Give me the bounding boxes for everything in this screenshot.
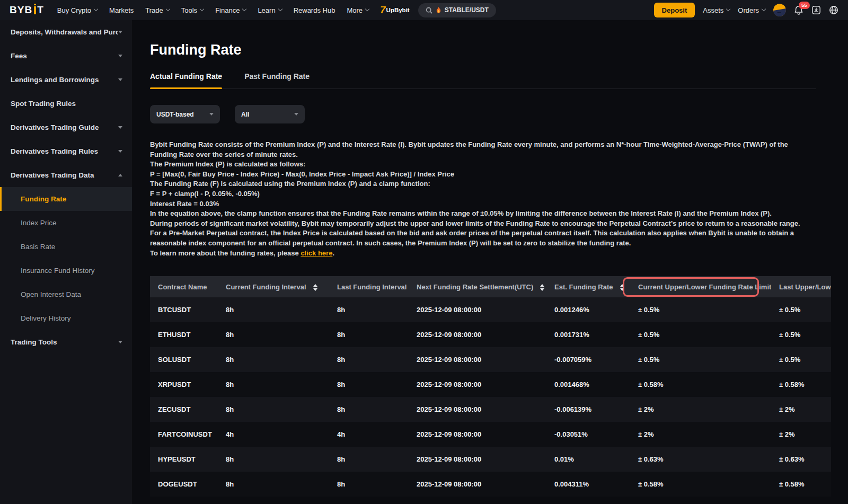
table-cell: 0.001468% (546, 372, 630, 397)
sidebar-item-trading-tools[interactable]: Trading Tools (0, 330, 132, 354)
table-cell: -0.006139% (546, 397, 630, 422)
upbybit-link[interactable]: 7 UpBybit (380, 4, 410, 16)
sidebar-subitem-open-interest-data[interactable]: Open Interest Data (0, 282, 132, 306)
table-cell: ± 0.5% (630, 347, 771, 372)
table-row-fartcoinusdt[interactable]: FARTCOINUSDT4h4h2025-12-09 08:00:00-0.03… (150, 422, 831, 447)
filter-dropdown-usdt-based[interactable]: USDT-based (150, 105, 220, 123)
sidebar-subitem-insurance-fund-history[interactable]: Insurance Fund History (0, 259, 132, 282)
column-header-last-funding-interval: Last Funding Interval (329, 276, 409, 297)
contract-name-cell: BTCUSDT (150, 297, 218, 322)
search-value: STABLE/USDT (445, 6, 489, 14)
sidebar-subitem-index-price[interactable]: Index Price (0, 211, 132, 235)
sidebar-item-derivatives-trading-data[interactable]: Derivatives Trading Data (0, 163, 132, 187)
nav-item-more[interactable]: More (347, 6, 369, 14)
filter-dropdown-all[interactable]: All (235, 105, 305, 123)
table-cell: 0.001246% (546, 297, 630, 322)
table-row-hypeusdt[interactable]: HYPEUSDT8h8h2025-12-09 08:00:000.01%± 0.… (150, 447, 831, 472)
table-cell: -0.007059% (546, 347, 630, 372)
sidebar-item-label: Spot Trading Rules (11, 100, 76, 108)
table-cell: 8h (218, 372, 329, 397)
sidebar-subitem-funding-rate[interactable]: Funding Rate (0, 187, 132, 211)
sidebar-item-deposits-withdrawals-and-purcha[interactable]: Deposits, Withdrawals and Purcha... (0, 20, 132, 44)
nav-item-markets[interactable]: Markets (109, 6, 134, 14)
tab-actual-funding-rate[interactable]: Actual Funding Rate (150, 72, 222, 89)
search-input[interactable]: STABLE/USDT (418, 3, 496, 17)
description-line: Bybit Funding Rate consists of the Premi… (150, 140, 816, 160)
chevron-down-icon (365, 7, 369, 11)
upbybit-label: UpBybit (386, 7, 410, 13)
tab-past-funding-rate[interactable]: Past Funding Rate (244, 72, 310, 89)
sidebar-item-spot-trading-rules[interactable]: Spot Trading Rules (0, 92, 132, 116)
sidebar-item-derivatives-trading-guide[interactable]: Derivatives Trading Guide (0, 116, 132, 139)
nav-item-learn[interactable]: Learn (258, 6, 281, 14)
click-here-link[interactable]: click here (301, 249, 332, 257)
sidebar-subitem-label: Insurance Fund History (21, 267, 95, 275)
description-line: P = [Max(0, Fair Buy Price - Index Price… (150, 170, 816, 180)
description-line: For a Pre-Market Perpetual contract, the… (150, 228, 816, 248)
chevron-down-icon (762, 7, 766, 11)
table-cell: 8h (329, 447, 409, 472)
orders-menu[interactable]: Orders (738, 6, 765, 14)
bybit-logo[interactable]: BYBT (10, 4, 44, 16)
language-button[interactable] (829, 5, 838, 15)
table-cell: 2025-12-09 08:00:00 (409, 347, 546, 372)
search-icon (426, 7, 432, 14)
nav-item-rewards-hub[interactable]: Rewards Hub (294, 6, 335, 14)
contract-name-cell: XRPUSDT (150, 372, 218, 397)
table-cell: ± 2% (630, 397, 771, 422)
table-cell: 2025-12-09 08:00:00 (409, 422, 546, 447)
sidebar: Deposits, Withdrawals and Purcha...FeesL… (0, 20, 132, 504)
nav-item-trade[interactable]: Trade (145, 6, 169, 14)
page-title: Funding Rate (150, 41, 816, 58)
nav-item-finance[interactable]: Finance (215, 6, 246, 14)
dropdown-caret-icon (209, 113, 214, 116)
learn-more-prefix: To learn more about the funding rates, p… (150, 249, 301, 257)
description-line: During periods of significant market vol… (150, 219, 816, 229)
chevron-down-icon (200, 7, 204, 11)
sort-icon[interactable] (540, 284, 544, 291)
table-row-solusdt[interactable]: SOLUSDT8h8h2025-12-09 08:00:00-0.007059%… (150, 347, 831, 372)
table-cell: ± 2% (771, 397, 831, 422)
table-cell: ± 0.58% (771, 472, 831, 497)
description-line: The Funding Rate (F) is calculated using… (150, 179, 816, 189)
sidebar-subitem-delivery-history[interactable]: Delivery History (0, 306, 132, 330)
nav-item-tools[interactable]: Tools (181, 6, 204, 14)
funding-rate-description: Bybit Funding Rate consists of the Premi… (150, 140, 816, 258)
table-row-dogeusdt[interactable]: DOGEUSDT8h8h2025-12-09 08:00:000.004311%… (150, 472, 831, 497)
sidebar-item-lendings-and-borrowings[interactable]: Lendings and Borrowings (0, 68, 132, 92)
sidebar-item-derivatives-trading-rules[interactable]: Derivatives Trading Rules (0, 139, 132, 163)
dropdown-caret-icon (294, 113, 298, 116)
download-app-button[interactable] (811, 5, 821, 15)
sidebar-subitem-basis-rate[interactable]: Basis Rate (0, 235, 132, 259)
table-cell: ± 0.63% (630, 447, 771, 472)
nav-item-buy-crypto[interactable]: Buy Crypto (57, 6, 98, 14)
upbybit-seven-icon: 7 (380, 4, 386, 16)
sidebar-footer-group: Trading Tools (0, 330, 132, 354)
sidebar-item-fees[interactable]: Fees (0, 44, 132, 68)
nav-menu: Buy CryptoMarketsTradeToolsFinanceLearnR… (51, 6, 375, 14)
avatar[interactable] (773, 4, 786, 16)
table-cell: 0.01% (546, 447, 630, 472)
chevron-down-icon (242, 7, 246, 11)
assets-menu[interactable]: Assets (703, 6, 730, 14)
table-cell: 8h (218, 347, 329, 372)
sidebar-item-label: Fees (11, 52, 27, 60)
table-cell: ± 0.5% (630, 322, 771, 347)
sidebar-subitem-label: Delivery History (21, 314, 71, 322)
download-icon (811, 5, 821, 15)
table-row-ethusdt[interactable]: ETHUSDT8h8h2025-12-09 08:00:000.001731%±… (150, 322, 831, 347)
table-cell: ± 0.63% (771, 447, 831, 472)
table-row-zecusdt[interactable]: ZECUSDT8h8h2025-12-09 08:00:00-0.006139%… (150, 397, 831, 422)
table-row-xrpusdt[interactable]: XRPUSDT8h8h2025-12-09 08:00:000.001468%±… (150, 372, 831, 397)
sort-icon[interactable] (313, 284, 317, 291)
deposit-button[interactable]: Deposit (654, 3, 695, 17)
notifications-button[interactable]: 55 (794, 5, 803, 15)
table-cell: 2025-12-09 08:00:00 (409, 297, 546, 322)
sidebar-item-label: Deposits, Withdrawals and Purcha... (11, 28, 118, 36)
column-header-label: Current Upper/Lower Funding Rate Limits (638, 283, 775, 291)
description-line: In the equation above, the clamp functio… (150, 209, 816, 219)
table-cell: 8h (218, 447, 329, 472)
table-row-btcusdt[interactable]: BTCUSDT8h8h2025-12-09 08:00:000.001246%±… (150, 297, 831, 322)
sort-icon[interactable] (620, 284, 624, 291)
sidebar-top-group: Deposits, Withdrawals and Purcha...FeesL… (0, 20, 132, 187)
